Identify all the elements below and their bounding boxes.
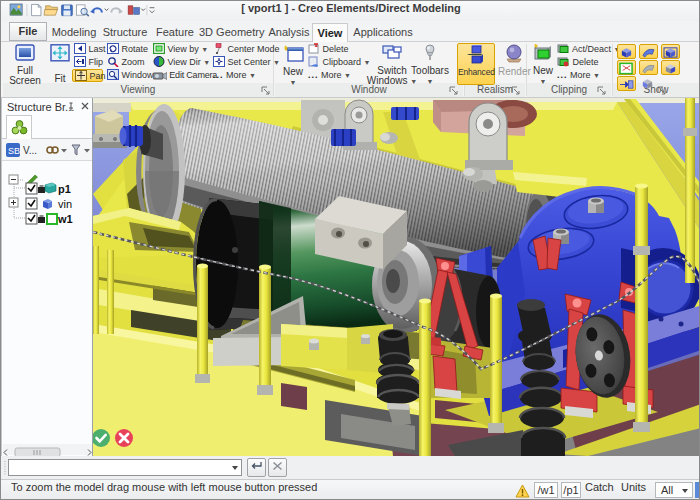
svg-text:p1: p1 bbox=[58, 183, 71, 195]
svg-text:vin: vin bbox=[58, 198, 72, 210]
svg-text:w1: w1 bbox=[57, 213, 73, 225]
svg-text:V...: V... bbox=[23, 145, 37, 156]
svg-text:SB: SB bbox=[8, 146, 20, 156]
